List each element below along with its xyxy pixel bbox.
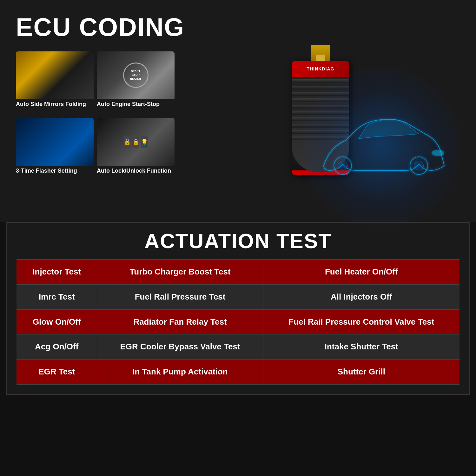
- feature-cell-1: Auto Side Mirrors Folding: [16, 51, 94, 115]
- test-row-0: Injector TestTurbo Charger Boost TestFue…: [17, 260, 459, 285]
- engine-image: STARTSTOPENGINE: [97, 51, 175, 99]
- test-cell-3-2: Intake Shutter Test: [263, 334, 459, 360]
- top-section: ECU CODING Auto Side Mirrors Folding STA…: [0, 0, 476, 222]
- feature-cell-3: 3-Time Flasher Setting: [16, 118, 94, 182]
- test-row-2: Glow On/OffRadiator Fan Relay TestFuel R…: [17, 309, 459, 334]
- car-svg: [314, 102, 447, 191]
- test-cell-4-2: Shutter Grill: [263, 360, 459, 385]
- feature-label-3: 3-Time Flasher Setting: [16, 166, 94, 176]
- feature-label-1: Auto Side Mirrors Folding: [16, 99, 94, 109]
- lock-btn-1: 🔓: [124, 136, 131, 148]
- lock-image: 🔓 🔒 💡: [97, 118, 175, 166]
- test-row-4: EGR TestIn Tank Pump ActivationShutter G…: [17, 360, 459, 385]
- device-connector: [311, 45, 330, 61]
- test-cell-0-2: Fuel Heater On/Off: [263, 260, 459, 285]
- feature-label-4: Auto Lock/Unlock Function: [97, 166, 175, 176]
- content-area: Auto Side Mirrors Folding STARTSTOPENGIN…: [16, 51, 460, 182]
- test-cell-1-0: Imrc Test: [17, 284, 97, 309]
- feature-cell-4: 🔓 🔒 💡 Auto Lock/Unlock Function: [97, 118, 175, 182]
- test-cell-3-0: Acg On/Off: [17, 334, 97, 360]
- start-stop-icon: STARTSTOPENGINE: [123, 63, 149, 88]
- svg-point-3: [414, 161, 424, 170]
- test-cell-1-1: Fuel Rall Pressure Test: [97, 284, 263, 309]
- svg-point-4: [432, 150, 444, 156]
- ecu-title: ECU CODING: [16, 13, 460, 42]
- test-row-3: Acg On/OffEGR Cooler Bypass Valve TestIn…: [17, 334, 459, 360]
- test-cell-0-0: Injector Test: [17, 260, 97, 285]
- feature-grid: Auto Side Mirrors Folding STARTSTOPENGIN…: [16, 51, 175, 182]
- test-cell-1-2: All Injectors Off: [263, 284, 459, 309]
- lock-btn-3: 💡: [141, 136, 148, 148]
- test-cell-4-0: EGR Test: [17, 360, 97, 385]
- device-area: THINKDIAG: [181, 51, 460, 175]
- mirror-image: [16, 51, 94, 99]
- test-cell-2-2: Fuel Rail Pressure Control Valve Test: [263, 309, 459, 334]
- svg-point-1: [338, 161, 347, 170]
- car-glow: [301, 67, 460, 226]
- actuation-section: ACTUATION TEST Injector TestTurbo Charge…: [6, 222, 470, 395]
- test-row-1: Imrc TestFuel Rall Pressure TestAll Inje…: [17, 284, 459, 309]
- headlight-image: [16, 118, 94, 166]
- lock-btn-2: 🔒: [132, 136, 139, 148]
- feature-label-2: Auto Engine Start-Stop: [97, 99, 175, 109]
- lock-buttons: 🔓 🔒 💡: [121, 132, 151, 151]
- car-graphic: [301, 67, 460, 226]
- test-cell-0-1: Turbo Charger Boost Test: [97, 260, 263, 285]
- test-cell-2-0: Glow On/Off: [17, 309, 97, 334]
- test-cell-4-1: In Tank Pump Activation: [97, 360, 263, 385]
- test-cell-2-1: Radiator Fan Relay Test: [97, 309, 263, 334]
- actuation-title: ACTUATION TEST: [17, 229, 459, 253]
- test-cell-3-1: EGR Cooler Bypass Valve Test: [97, 334, 263, 360]
- feature-cell-2: STARTSTOPENGINE Auto Engine Start-Stop: [97, 51, 175, 115]
- actuation-table: Injector TestTurbo Charger Boost TestFue…: [17, 259, 459, 385]
